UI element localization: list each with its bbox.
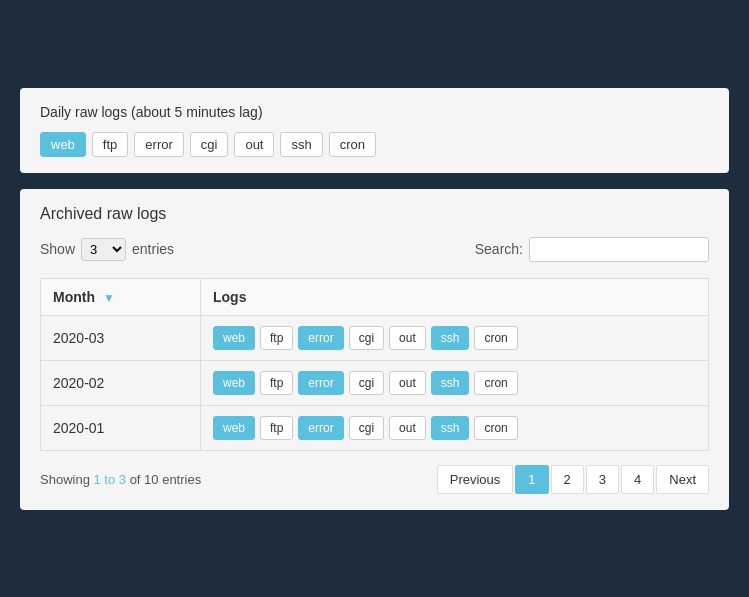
logs-column-header: Logs [201,278,709,315]
logs-cell: webftperrorcgioutsshcron [201,360,709,405]
search-box: Search: [475,237,709,262]
controls-row: Show 3 10 25 50 entries Search: [40,237,709,262]
daily-tag-ftp[interactable]: ftp [92,132,128,157]
daily-tag-ssh[interactable]: ssh [280,132,322,157]
log-tag-out[interactable]: out [389,371,426,395]
showing-suffix: of 10 entries [126,472,201,487]
daily-logs-card: Daily raw logs (about 5 minutes lag) web… [20,88,729,173]
log-tag-ftp[interactable]: ftp [260,326,293,350]
log-tag-cgi[interactable]: cgi [349,326,384,350]
pagination-page-3-button[interactable]: 3 [586,465,619,494]
show-label: Show [40,241,75,257]
table-row: 2020-02webftperrorcgioutsshcron [41,360,709,405]
pagination-page-1-button[interactable]: 1 [515,465,548,494]
show-entries-control: Show 3 10 25 50 entries [40,238,174,261]
showing-prefix: Showing [40,472,93,487]
log-tag-error[interactable]: error [298,371,343,395]
showing-text: Showing 1 to 3 of 10 entries [40,472,201,487]
log-tag-ssh[interactable]: ssh [431,326,470,350]
log-tag-out[interactable]: out [389,416,426,440]
logs-cell: webftperrorcgioutsshcron [201,315,709,360]
search-label: Search: [475,241,523,257]
log-tag-ssh[interactable]: ssh [431,371,470,395]
daily-logs-title: Daily raw logs (about 5 minutes lag) [40,104,709,120]
log-tag-ssh[interactable]: ssh [431,416,470,440]
log-tag-cron[interactable]: cron [474,416,517,440]
log-tag-out[interactable]: out [389,326,426,350]
month-cell: 2020-02 [41,360,201,405]
log-tag-error[interactable]: error [298,326,343,350]
daily-tag-cgi[interactable]: cgi [190,132,229,157]
archived-logs-title: Archived raw logs [40,205,709,223]
log-tag-web[interactable]: web [213,416,255,440]
archived-logs-card: Archived raw logs Show 3 10 25 50 entrie… [20,189,729,510]
log-tag-web[interactable]: web [213,326,255,350]
entries-label: entries [132,241,174,257]
showing-range[interactable]: 1 to 3 [93,472,126,487]
month-column-header[interactable]: Month ▼ [41,278,201,315]
sort-arrow-icon: ▼ [103,291,115,305]
pagination-page-2-button[interactable]: 2 [551,465,584,494]
log-tag-cron[interactable]: cron [474,371,517,395]
log-tag-cgi[interactable]: cgi [349,416,384,440]
log-tag-ftp[interactable]: ftp [260,371,293,395]
table-footer: Showing 1 to 3 of 10 entries Previous123… [40,465,709,494]
pagination-next-button[interactable]: Next [656,465,709,494]
month-cell: 2020-03 [41,315,201,360]
archived-logs-table: Month ▼ Logs 2020-03webftperrorcgioutssh… [40,278,709,451]
daily-tag-out[interactable]: out [234,132,274,157]
daily-tag-cron[interactable]: cron [329,132,376,157]
log-tag-cgi[interactable]: cgi [349,371,384,395]
log-tag-ftp[interactable]: ftp [260,416,293,440]
pagination-page-4-button[interactable]: 4 [621,465,654,494]
daily-tag-error[interactable]: error [134,132,183,157]
search-input[interactable] [529,237,709,262]
log-tag-web[interactable]: web [213,371,255,395]
log-tag-cron[interactable]: cron [474,326,517,350]
table-row: 2020-03webftperrorcgioutsshcron [41,315,709,360]
pagination-previous-button[interactable]: Previous [437,465,514,494]
log-tag-error[interactable]: error [298,416,343,440]
daily-tag-row: webftperrorcgioutsshcron [40,132,709,157]
logs-cell: webftperrorcgioutsshcron [201,405,709,450]
page-wrapper: Daily raw logs (about 5 minutes lag) web… [20,88,729,510]
entries-select[interactable]: 3 10 25 50 [81,238,126,261]
month-cell: 2020-01 [41,405,201,450]
daily-tag-web[interactable]: web [40,132,86,157]
table-header-row: Month ▼ Logs [41,278,709,315]
pagination: Previous1234Next [437,465,709,494]
table-row: 2020-01webftperrorcgioutsshcron [41,405,709,450]
